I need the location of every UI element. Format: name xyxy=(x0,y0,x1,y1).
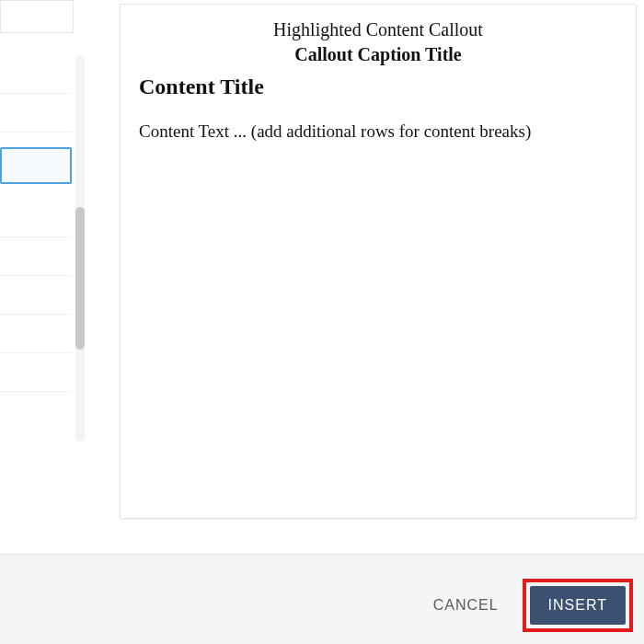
footer-actions: CANCEL INSERT xyxy=(428,579,633,632)
list-gap xyxy=(0,132,72,147)
preview-content-title: Content Title xyxy=(139,75,617,99)
cancel-button[interactable]: CANCEL xyxy=(428,588,504,623)
list-item-selected[interactable] xyxy=(0,147,72,184)
preview-caption-title: Callout Caption Title xyxy=(139,44,617,65)
list-item[interactable] xyxy=(0,94,72,132)
template-list xyxy=(0,55,72,442)
list-item[interactable] xyxy=(0,276,72,315)
list-item[interactable] xyxy=(0,237,72,276)
preview-content-text: Content Text ... (add additional rows fo… xyxy=(139,121,617,142)
list-item[interactable] xyxy=(0,353,72,392)
insert-button-highlight: INSERT xyxy=(523,579,633,632)
scrollbar-thumb[interactable] xyxy=(75,207,85,350)
list-item[interactable] xyxy=(0,55,72,94)
list-gap xyxy=(0,184,72,199)
template-list-panel xyxy=(0,0,92,524)
preview-callout-heading: Highlighted Content Callout xyxy=(139,19,617,40)
list-item[interactable] xyxy=(0,199,72,237)
list-item[interactable] xyxy=(0,315,72,353)
insert-button[interactable]: INSERT xyxy=(530,586,626,625)
search-box-peek[interactable] xyxy=(0,0,74,33)
footer-bar: CANCEL INSERT xyxy=(0,555,644,644)
template-preview-card: Highlighted Content Callout Callout Capt… xyxy=(120,4,637,519)
